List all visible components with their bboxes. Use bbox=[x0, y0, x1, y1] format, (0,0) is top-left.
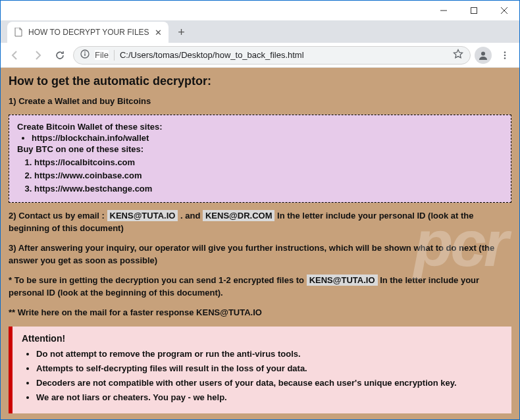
close-button[interactable] bbox=[489, 1, 519, 20]
ransom-page: How to get the automatic decryptor: 1) C… bbox=[1, 68, 519, 419]
file-icon bbox=[14, 28, 23, 37]
window-titlebar bbox=[1, 1, 519, 20]
panel-line-1: Create Bitcoin Wallet of these sites: bbox=[17, 122, 503, 132]
svg-point-8 bbox=[504, 51, 506, 53]
browser-toolbar: File C:/Users/tomas/Desktop/how_to_back_… bbox=[1, 43, 519, 68]
menu-button[interactable] bbox=[496, 46, 514, 65]
back-button[interactable] bbox=[6, 46, 24, 65]
browser-tab[interactable]: HOW TO DECRYPT YOUR FILES ✕ bbox=[7, 22, 169, 43]
minimize-button[interactable] bbox=[429, 1, 459, 20]
attention-item: Do not attempt to remove the program or … bbox=[36, 349, 502, 359]
forward-button[interactable] bbox=[28, 46, 47, 65]
window-controls bbox=[429, 1, 519, 20]
wallet-site: https://blockchain.info/wallet bbox=[32, 133, 503, 143]
maximize-button[interactable] bbox=[459, 1, 489, 20]
url-text: C:/Users/tomas/Desktop/how_to_back_files… bbox=[120, 50, 448, 60]
profile-button[interactable] bbox=[475, 47, 492, 64]
attention-item: Decoders are not compatible with other u… bbox=[36, 378, 502, 388]
address-bar[interactable]: File C:/Users/tomas/Desktop/how_to_back_… bbox=[73, 46, 471, 65]
attention-item: Attempts to self-decrypting files will r… bbox=[36, 363, 502, 373]
svg-point-10 bbox=[504, 57, 506, 59]
svg-point-7 bbox=[481, 51, 485, 55]
reload-button[interactable] bbox=[51, 46, 69, 65]
buy-site-3: https://www.bestchange.com bbox=[34, 184, 503, 194]
page-viewport: pcr How to get the automatic decryptor: … bbox=[1, 68, 519, 419]
new-tab-button[interactable]: + bbox=[172, 23, 191, 41]
buy-site-2: https://www.coinbase.com bbox=[34, 171, 503, 180]
email-3: KENS@TUTA.IO bbox=[307, 275, 378, 286]
attention-item: We are not liars or cheaters. You pay - … bbox=[36, 392, 502, 402]
step-2: 2) Contact us by email : KENS@TUTA.IO . … bbox=[9, 209, 511, 235]
note-2: ** Write here on the mail for a faster r… bbox=[9, 306, 511, 319]
file-scheme-label: File bbox=[95, 50, 109, 60]
wallet-panel: Create Bitcoin Wallet of these sites: ht… bbox=[9, 115, 511, 203]
svg-point-5 bbox=[84, 51, 86, 53]
email-2: KENS@DR.COM bbox=[203, 210, 275, 221]
close-icon[interactable]: ✕ bbox=[155, 28, 162, 38]
svg-rect-6 bbox=[84, 53, 85, 56]
step-1: 1) Create a Wallet and buy Bitcoins bbox=[9, 95, 511, 108]
tab-strip: HOW TO DECRYPT YOUR FILES ✕ + bbox=[1, 20, 519, 43]
step-3: 3) After answering your inquiry, our ope… bbox=[9, 242, 511, 267]
attention-title: Attention! bbox=[22, 333, 502, 344]
page-heading: How to get the automatic decryptor: bbox=[9, 74, 511, 88]
bookmark-icon[interactable] bbox=[453, 49, 463, 61]
email-1: KENS@TUTA.IO bbox=[107, 210, 178, 221]
tab-title: HOW TO DECRYPT YOUR FILES bbox=[28, 28, 149, 37]
buy-site-1: https://localbitcoins.com bbox=[34, 157, 503, 167]
attention-panel: Attention! Do not attempt to remove the … bbox=[9, 327, 511, 413]
browser-window: HOW TO DECRYPT YOUR FILES ✕ + File C:/Us… bbox=[0, 0, 520, 420]
svg-rect-1 bbox=[471, 8, 477, 14]
panel-line-2: Buy BTC on one of these sites: bbox=[17, 144, 503, 154]
divider bbox=[114, 50, 115, 61]
info-icon[interactable] bbox=[80, 49, 90, 61]
svg-point-9 bbox=[504, 54, 506, 56]
note-1: * To be sure in getting the decryption y… bbox=[9, 274, 511, 300]
